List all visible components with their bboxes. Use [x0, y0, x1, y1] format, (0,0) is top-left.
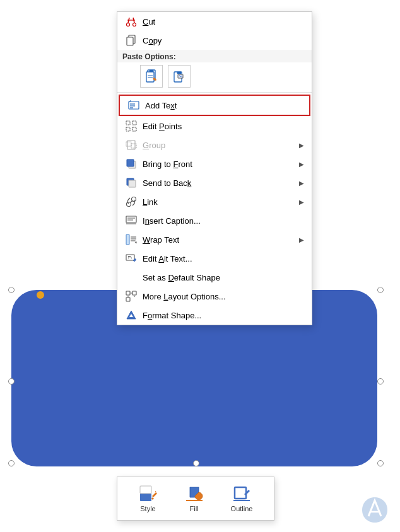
set-default-label: Set as Default Shape [140, 273, 304, 282]
svg-rect-18 [132, 127, 136, 131]
svg-rect-16 [132, 121, 136, 125]
svg-point-27 [132, 197, 136, 202]
svg-rect-19 [126, 142, 131, 146]
insert-caption-icon [122, 214, 140, 228]
link-arrow: ▶ [299, 199, 304, 205]
svg-rect-23 [127, 159, 134, 166]
menu-item-format-shape[interactable]: Format Shape... [117, 306, 312, 325]
svg-rect-17 [126, 127, 130, 131]
send-to-back-icon [122, 176, 140, 190]
menu-item-copy[interactable]: Copy [117, 31, 312, 50]
paste-icon-1[interactable] [140, 65, 163, 88]
style-label: Style [140, 505, 155, 512]
menu-item-insert-caption[interactable]: Insert Caption... [117, 211, 312, 230]
handle-mid-left [8, 378, 15, 385]
more-layout-label: More Layout Options... [140, 292, 304, 301]
paste-options-label: Paste Options: [122, 52, 176, 61]
fill-icon [185, 485, 204, 502]
edit-points-label: Edit Points [140, 122, 304, 131]
svg-rect-25 [129, 180, 136, 187]
svg-point-26 [127, 202, 131, 207]
menu-item-more-layout[interactable]: More Layout Options... [117, 287, 312, 306]
menu-item-add-text[interactable]: Add Text [119, 95, 310, 116]
group-arrow: ▶ [299, 142, 304, 149]
menu-item-link[interactable]: Link ▶ [117, 192, 312, 211]
menu-item-set-default[interactable]: Set as Default Shape [117, 268, 312, 287]
wrap-text-arrow: ▶ [299, 236, 304, 243]
handle-bot-left [8, 460, 15, 466]
paste-icon-2[interactable] [168, 65, 191, 88]
svg-rect-47 [235, 487, 246, 499]
link-label: Link [140, 197, 299, 207]
bring-to-front-label: Bring to Front [140, 159, 299, 169]
menu-item-group[interactable]: Group ▶ [117, 136, 312, 154]
fill-label: Fill [190, 505, 199, 512]
group-label: Group [140, 141, 299, 150]
svg-point-1 [133, 23, 136, 26]
handle-mid-right [377, 378, 384, 385]
menu-item-edit-points[interactable]: Edit Points [117, 117, 312, 136]
format-shape-icon [122, 308, 140, 322]
outline-label: Outline [231, 505, 253, 512]
group-icon [122, 138, 140, 152]
cut-icon [122, 14, 140, 28]
fill-button[interactable]: Fill [180, 482, 209, 515]
svg-rect-39 [132, 291, 136, 295]
handle-bot-mid [193, 460, 199, 466]
copy-icon [122, 33, 140, 47]
bring-to-front-arrow: ▶ [299, 161, 304, 168]
svg-point-0 [127, 23, 130, 26]
add-text-label: Add Text [143, 101, 302, 110]
bottom-toolbar: Style Fill Outline [117, 477, 274, 521]
more-layout-icon [122, 289, 140, 303]
svg-rect-28 [126, 216, 136, 223]
handle-bot-right [377, 460, 384, 466]
wrap-text-icon [122, 233, 140, 246]
style-icon [139, 485, 158, 502]
outline-icon [232, 485, 251, 502]
menu-item-send-to-back[interactable]: Send to Back ▶ [117, 173, 312, 192]
svg-rect-44 [140, 494, 151, 501]
insert-caption-label: Insert Caption... [140, 216, 304, 226]
menu-item-edit-alt-text[interactable]: Edit Alt Text... [117, 249, 312, 268]
menu-item-wrap-text[interactable]: Wrap Text ▶ [117, 230, 312, 249]
svg-rect-45 [140, 486, 151, 494]
add-text-icon [125, 98, 143, 112]
paste-icons-row [117, 62, 312, 90]
send-to-back-label: Send to Back [140, 178, 299, 188]
edit-alt-text-icon [122, 252, 140, 265]
handle-top-left [8, 287, 15, 293]
copy-label: Copy [140, 36, 304, 45]
bring-to-front-icon [122, 157, 140, 171]
edit-alt-text-label: Edit Alt Text... [140, 254, 304, 263]
set-default-icon-placeholder [122, 270, 140, 284]
wrap-text-label: Wrap Text [140, 235, 299, 245]
svg-rect-38 [126, 291, 130, 295]
outline-button[interactable]: Outline [226, 482, 258, 515]
handle-top-right [377, 287, 384, 293]
style-button[interactable]: Style [134, 482, 163, 515]
svg-rect-6 [146, 72, 154, 82]
menu-item-cut[interactable]: Cut [117, 12, 312, 31]
orange-handle [37, 291, 44, 299]
watermark [359, 494, 391, 526]
svg-rect-15 [126, 121, 130, 125]
send-to-back-arrow: ▶ [299, 180, 304, 187]
svg-rect-36 [126, 255, 134, 260]
svg-rect-4 [127, 37, 133, 45]
link-icon [122, 195, 140, 209]
edit-points-icon [122, 119, 140, 133]
format-shape-label: Format Shape... [140, 311, 304, 320]
svg-rect-32 [126, 234, 129, 245]
separator-after-paste [117, 92, 312, 93]
svg-rect-20 [131, 144, 136, 148]
paste-options-header: Paste Options: [117, 50, 312, 62]
svg-rect-40 [126, 298, 130, 301]
context-menu: Cut Copy Paste Options: [117, 11, 312, 325]
cut-label: Cut [140, 17, 304, 26]
svg-point-37 [128, 256, 129, 257]
menu-item-bring-to-front[interactable]: Bring to Front ▶ [117, 154, 312, 173]
